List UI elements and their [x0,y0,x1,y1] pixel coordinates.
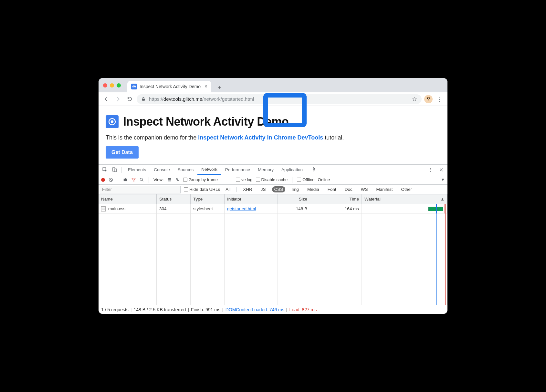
page-content: Inspect Network Activity Demo This is th… [99,106,447,164]
svg-rect-20 [177,180,179,181]
network-filter-bar: Filter Hide data URLs AllXHRJSCSSImgMedi… [99,185,447,194]
group-by-frame-checkbox[interactable] [183,178,187,182]
disable-cache-checkbox[interactable] [256,178,260,182]
page-logo-icon [106,115,119,128]
tutorial-link[interactable]: Inspect Network Activity In Chrome DevTo… [198,134,325,141]
filter-type-manifest[interactable]: Manifest [374,186,395,192]
offline-label: Offline [302,177,314,182]
svg-point-6 [428,99,429,100]
devtools-tab-network[interactable]: Network [197,165,221,175]
filter-type-other[interactable]: Other [399,186,414,192]
filter-type-xhr[interactable]: XHR [241,186,255,192]
more-tabs-icon[interactable] [310,166,318,174]
capture-screenshots-icon[interactable] [123,178,128,182]
throttling-dropdown-icon[interactable]: ▼ [441,177,445,182]
devtools-tab-console[interactable]: Console [150,165,174,175]
devtools-tab-sources[interactable]: Sources [174,165,198,175]
status-requests: 1 / 5 requests [101,307,129,312]
devtools-tab-application[interactable]: Application [278,165,307,175]
hide-data-urls-checkbox[interactable] [184,187,188,191]
filter-type-doc[interactable]: Doc [342,186,355,192]
forward-button[interactable] [113,95,122,104]
lock-icon [141,97,146,101]
initiator-link[interactable]: getstarted.html [227,206,256,211]
close-window-button[interactable] [103,83,107,88]
devtools-tab-memory[interactable]: Memory [254,165,278,175]
record-button[interactable] [101,178,105,182]
col-name[interactable]: Name [99,194,157,204]
url-input[interactable]: https://devtools.glitch.me/network/getst… [137,94,422,104]
waterfall-overview-icon[interactable] [175,178,180,182]
devtools-tab-bar: ElementsConsoleSourcesNetworkPerformance… [99,165,447,175]
favicon-icon [131,84,137,89]
browser-menu-icon[interactable]: ⋮ [435,95,444,104]
filter-input[interactable]: Filter [100,186,181,193]
network-table: Name Status Type Initiator Size Time Wat… [99,194,447,305]
filter-type-font[interactable]: Font [325,186,339,192]
svg-rect-15 [168,178,171,179]
filter-icon[interactable] [131,177,136,182]
status-finish: Finish: 991 ms [191,307,220,312]
window-controls [103,78,127,92]
inspect-element-icon[interactable] [100,166,109,174]
devtools-close-icon[interactable] [437,166,446,174]
svg-point-8 [111,120,114,123]
col-time[interactable]: Time [310,194,362,204]
page-intro: This is the companion demo for the Inspe… [106,134,440,141]
reload-button[interactable] [125,95,134,104]
svg-rect-13 [124,179,127,181]
filter-type-img[interactable]: Img [289,186,301,192]
tab-strip: Inspect Network Activity Demo × + [99,78,447,92]
close-tab-icon[interactable]: × [205,84,207,89]
bookmark-icon[interactable]: ☆ [412,96,417,103]
devtools-status-bar: 1 / 5 requests | 148 B / 2.5 KB transfer… [99,305,447,314]
clear-icon[interactable] [108,177,113,182]
filter-type-ws[interactable]: WS [359,186,370,192]
minimize-window-button[interactable] [110,83,114,88]
svg-rect-18 [176,178,177,179]
svg-rect-11 [114,169,116,172]
devtools-menu-icon[interactable]: ⋮ [426,166,435,174]
offline-checkbox[interactable] [297,178,301,182]
svg-rect-2 [142,98,145,100]
col-status[interactable]: Status [157,194,191,204]
hide-data-urls-label: Hide data URLs [189,187,220,192]
status-load: Load: 827 ms [289,307,317,312]
col-waterfall[interactable]: Waterfall▲ [362,194,447,204]
svg-rect-19 [176,179,178,180]
preserve-log-label: ve log [241,177,253,182]
address-bar: https://devtools.glitch.me/network/getst… [99,92,447,106]
browser-tab[interactable]: Inspect Network Activity Demo × [127,81,211,92]
status-dcl: DOMContentLoaded: 746 ms [226,307,284,312]
profile-avatar[interactable] [424,95,433,103]
col-initiator[interactable]: Initiator [225,194,278,204]
group-by-frame-label: Group by frame [189,177,218,182]
get-data-button[interactable]: Get Data [106,146,139,159]
filter-type-all[interactable]: All [223,186,233,192]
devtools-tab-elements[interactable]: Elements [124,165,150,175]
preserve-log-checkbox[interactable] [236,178,240,182]
online-label[interactable]: Online [318,177,330,182]
filter-type-css[interactable]: CSS [272,186,286,192]
status-transferred: 148 B / 2.5 KB transferred [133,307,186,312]
browser-window: Inspect Network Activity Demo × + https:… [99,78,447,314]
new-tab-button[interactable]: + [215,83,224,92]
svg-rect-16 [168,179,171,180]
back-button[interactable] [102,95,111,104]
svg-point-1 [133,86,135,87]
search-icon[interactable] [139,177,144,182]
svg-point-4 [427,98,428,99]
svg-point-14 [140,178,143,181]
devtools-tab-performance[interactable]: Performance [221,165,254,175]
maximize-window-button[interactable] [117,83,121,88]
url-text: https://devtools.glitch.me/network/getst… [149,96,254,102]
col-size[interactable]: Size [278,194,310,204]
disable-cache-label: Disable cache [261,177,288,182]
device-toolbar-icon[interactable] [110,166,119,174]
view-label: View: [153,177,164,182]
file-icon [101,206,106,211]
filter-type-js[interactable]: JS [258,186,268,192]
col-type[interactable]: Type [191,194,225,204]
large-rows-icon[interactable] [167,178,172,182]
filter-type-media[interactable]: Media [305,186,321,192]
